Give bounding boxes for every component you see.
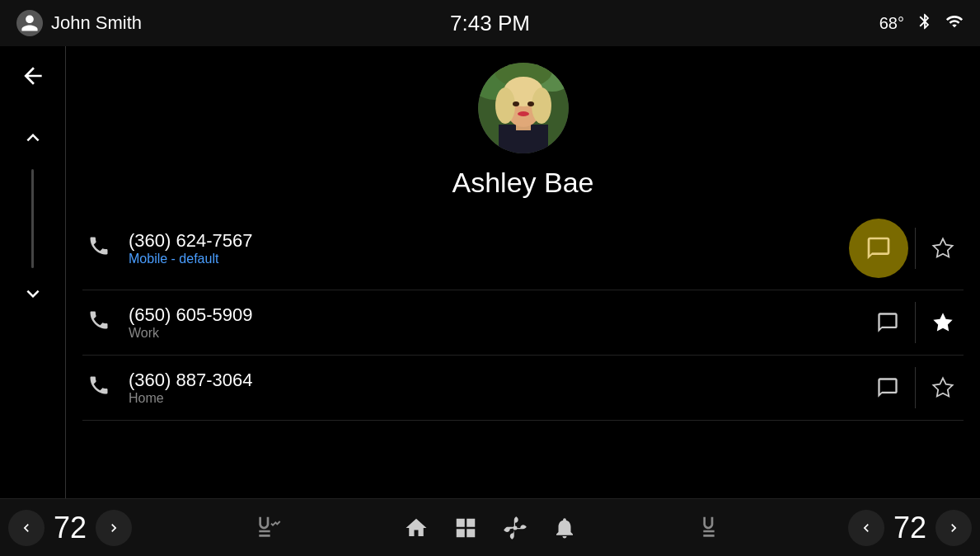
star-button-2[interactable] (922, 302, 964, 343)
svg-point-15 (513, 525, 517, 530)
svg-point-12 (513, 101, 519, 106)
signal-icon (945, 12, 964, 35)
phone-entry-3[interactable]: (360) 887-3064 Home (82, 356, 964, 421)
bluetooth-icon (916, 12, 934, 35)
left-temp-increase[interactable] (96, 510, 132, 546)
status-left: John Smith (16, 10, 142, 36)
right-temp-control: 72 (848, 510, 972, 546)
scroll-up-button[interactable] (21, 125, 45, 156)
action-buttons-3 (867, 367, 964, 408)
grid-button[interactable] (453, 516, 478, 540)
phone-icon-3 (82, 374, 115, 403)
right-temp-increase[interactable] (935, 510, 972, 546)
scroll-indicator (31, 169, 34, 268)
bottom-bar: 72 (0, 498, 980, 556)
star-button-1[interactable] (922, 228, 964, 269)
left-temp-value: 72 (49, 511, 91, 545)
notifications-button[interactable] (552, 516, 577, 540)
contact-detail-area: Ashley Bae (360) 624-7567 Mobile - defau… (66, 46, 980, 498)
svg-point-13 (528, 101, 534, 106)
divider-3 (915, 367, 916, 408)
nav-icons (404, 516, 577, 540)
right-temp-value: 72 (889, 511, 931, 545)
phone-number-3: (360) 887-3064 (129, 370, 854, 391)
phone-info-2: (650) 605-5909 Work (129, 304, 854, 341)
message-button-1[interactable] (849, 219, 908, 278)
status-bar: John Smith 7:43 PM 68° (0, 0, 980, 46)
seat-heat-left-button[interactable] (255, 515, 281, 541)
phone-icon-1 (82, 234, 115, 263)
star-button-3[interactable] (922, 367, 964, 408)
action-buttons-2 (867, 302, 964, 343)
home-button[interactable] (404, 516, 429, 540)
seat-heat-right-button[interactable] (699, 515, 725, 541)
user-avatar-icon (16, 10, 43, 36)
current-time: 7:43 PM (450, 11, 530, 36)
user-name-label: John Smith (51, 12, 142, 34)
back-button[interactable] (20, 63, 46, 96)
message-button-2[interactable] (867, 302, 908, 343)
phone-entry-1[interactable]: (360) 624-7567 Mobile - default (82, 207, 964, 290)
svg-point-11 (532, 87, 551, 124)
phone-list: (360) 624-7567 Mobile - default (66, 207, 980, 421)
phone-icon-2 (82, 309, 115, 337)
action-buttons-1 (849, 219, 964, 278)
temperature-display: 68° (879, 14, 904, 33)
phone-type-1: Mobile - default (129, 252, 836, 266)
phone-info-1: (360) 624-7567 Mobile - default (129, 230, 836, 266)
left-sidebar (0, 46, 66, 498)
right-temp-decrease[interactable] (848, 510, 884, 546)
phone-type-3: Home (129, 391, 854, 406)
contact-name: Ashley Bae (452, 167, 594, 199)
scroll-down-button[interactable] (21, 281, 45, 312)
main-content: Ashley Bae (360) 624-7567 Mobile - defau… (0, 46, 980, 498)
fan-button[interactable] (503, 516, 528, 540)
svg-point-10 (495, 87, 515, 124)
divider-1 (915, 228, 916, 269)
phone-number-2: (650) 605-5909 (129, 304, 854, 326)
status-right: 68° (879, 12, 964, 35)
divider-2 (915, 302, 916, 343)
phone-type-2: Work (129, 326, 854, 341)
message-button-3[interactable] (867, 367, 908, 408)
left-temp-control: 72 (8, 510, 132, 546)
phone-number-1: (360) 624-7567 (129, 230, 836, 252)
svg-point-14 (518, 111, 529, 116)
phone-info-3: (360) 887-3064 Home (129, 370, 854, 406)
contact-avatar (478, 63, 569, 153)
phone-entry-2[interactable]: (650) 605-5909 Work (82, 290, 964, 356)
left-temp-decrease[interactable] (8, 510, 45, 546)
